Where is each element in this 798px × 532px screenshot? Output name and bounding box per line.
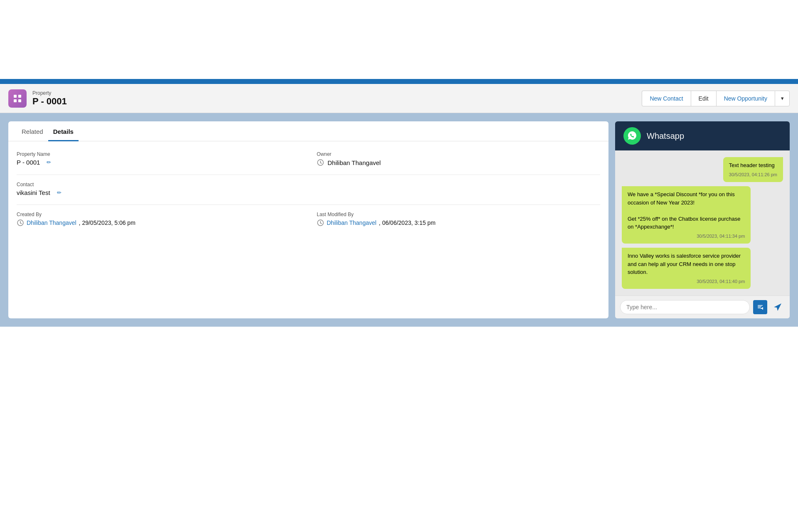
field-contact: Contact vikasini Test ✏ [17,182,300,196]
header-left: Property P - 0001 [8,89,67,108]
dropdown-button[interactable]: ▾ [775,91,790,106]
property-icon [8,89,27,108]
field-row-property-owner: Property Name P - 0001 ✏ Owner [17,151,600,166]
svg-rect-11 [761,308,763,309]
created-by-row: Created By Dhiliban Thangavel, 29/05/202… [17,212,600,227]
contact-value: vikasini Test ✏ [17,189,300,196]
new-contact-button[interactable]: New Contact [642,91,690,106]
svg-rect-0 [14,95,17,98]
header-actions: New Contact Edit New Opportunity ▾ [642,91,790,106]
tab-details[interactable]: Details [48,121,79,141]
whatsapp-message-input[interactable] [620,300,750,314]
field-owner: Owner Dhiliban Thangavel [317,151,600,166]
blue-banner [0,79,798,84]
last-modified-name[interactable]: Dhiliban Thangavel [327,219,377,226]
send-button[interactable] [771,300,785,314]
svg-rect-3 [18,99,21,102]
message-1-time: 30/5/2023, 04:11:26 pm [729,171,777,178]
created-clock-icon [17,219,24,227]
divider-2 [17,204,600,205]
last-modified-value: Dhiliban Thangavel, 06/06/2023, 3:15 pm [317,219,600,227]
whatsapp-logo [623,127,641,145]
owner-clock-icon [317,159,324,166]
svg-rect-2 [14,99,17,102]
svg-rect-7 [758,306,761,307]
message-2: We have a *Special Discount *for you on … [622,186,751,244]
last-modified-date: , 06/06/2023, 3:15 pm [379,219,436,226]
header-title: P - 0001 [32,96,67,107]
field-created-by: Created By Dhiliban Thangavel, 29/05/202… [17,212,300,227]
contact-edit-icon[interactable]: ✏ [57,190,62,196]
field-contact-right [317,182,600,196]
bottom-spacer [0,327,798,451]
modified-clock-icon [317,219,324,227]
left-panel: Related Details Property Name P - 0001 ✏… [8,121,608,318]
chevron-down-icon: ▾ [781,95,784,101]
svg-rect-8 [758,308,761,308]
whatsapp-panel: Whatsapp Text header testing 30/5/2023, … [615,121,790,318]
created-by-label: Created By [17,212,300,217]
svg-rect-9 [758,305,763,306]
contact-label: Contact [17,182,300,187]
property-name-label: Property Name [17,151,300,157]
new-opportunity-button[interactable]: New Opportunity [716,91,775,106]
owner-value: Dhiliban Thangavel [317,159,600,166]
message-2-text: We have a *Special Discount *for you on … [628,190,745,231]
message-3-time: 30/5/2023, 04:11:40 pm [628,278,745,285]
property-name-value: P - 0001 ✏ [17,159,300,166]
svg-rect-1 [18,95,21,98]
contact-name[interactable]: vikasini Test [17,189,50,196]
whatsapp-input-area [615,296,790,318]
owner-label: Owner [317,151,600,157]
details-content: Property Name P - 0001 ✏ Owner [8,141,608,236]
tab-related[interactable]: Related [17,121,48,141]
message-1: Text header testing 30/5/2023, 04:11:26 … [723,157,783,182]
message-3-text: Inno Valley works is salesforce service … [628,252,745,276]
created-by-date: , 29/05/2023, 5:06 pm [79,219,135,226]
top-spacer [0,0,798,79]
message-2-time: 30/5/2023, 04:11:34 pm [628,233,745,240]
header-bar: Property P - 0001 New Contact Edit New O… [0,84,798,113]
divider-1 [17,175,600,175]
created-by-value: Dhiliban Thangavel, 29/05/2023, 5:06 pm [17,219,300,227]
owner-name[interactable]: Dhiliban Thangavel [328,159,381,166]
field-row-contact: Contact vikasini Test ✏ [17,182,600,196]
property-name-edit-icon[interactable]: ✏ [47,159,51,165]
tabs-bar: Related Details [8,121,608,141]
edit-button[interactable]: Edit [691,91,716,106]
whatsapp-title: Whatsapp [647,131,684,141]
whatsapp-header: Whatsapp [615,121,790,150]
field-property-name: Property Name P - 0001 ✏ [17,151,300,166]
whatsapp-messages: Text header testing 30/5/2023, 04:11:26 … [615,150,790,296]
header-title-group: Property P - 0001 [32,90,67,107]
attachment-button[interactable] [753,300,767,314]
message-1-text: Text header testing [729,161,777,170]
created-by-name[interactable]: Dhiliban Thangavel [27,219,76,226]
header-subtitle: Property [32,90,67,96]
last-modified-label: Last Modified By [317,212,600,217]
message-3: Inno Valley works is salesforce service … [622,248,751,289]
field-last-modified: Last Modified By Dhiliban Thangavel, 06/… [317,212,600,227]
main-content: Related Details Property Name P - 0001 ✏… [0,113,798,327]
